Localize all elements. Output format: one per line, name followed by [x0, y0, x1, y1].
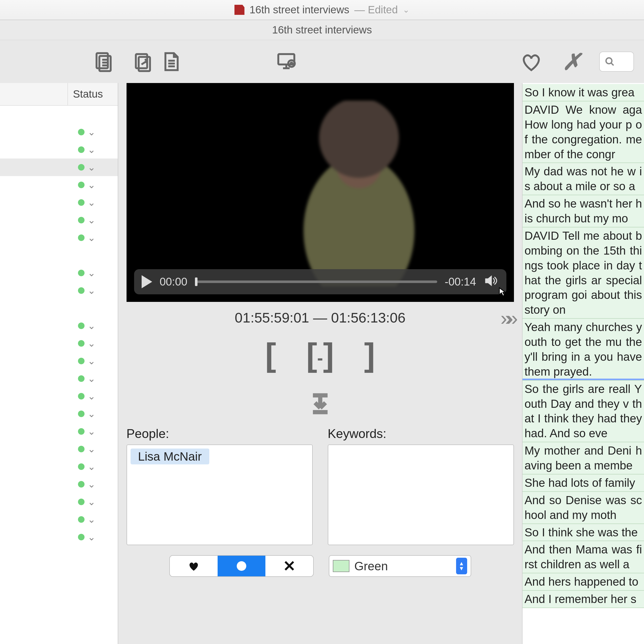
search-input[interactable]: [599, 52, 634, 72]
sidebar-row[interactable]: ⌄: [0, 475, 118, 493]
sidebar-list[interactable]: ⌄⌄⌄⌄⌄⌄⌄⌄⌄⌄⌄⌄⌄⌄⌄⌄⌄⌄⌄⌄⌄⌄: [0, 106, 118, 644]
favorite-segment[interactable]: [170, 556, 218, 576]
chevron-down-icon[interactable]: ⌄: [88, 144, 96, 155]
chevron-down-icon[interactable]: ⌄: [88, 479, 96, 490]
sidebar-row[interactable]: ⌄: [0, 405, 118, 423]
chevron-down-icon[interactable]: ⌄: [88, 426, 96, 437]
reject-segment[interactable]: ✕: [265, 556, 313, 576]
mark-out-button[interactable]: ]: [364, 336, 375, 374]
sidebar-status-column[interactable]: Status: [68, 88, 118, 100]
tab-title[interactable]: 16th street interviews: [272, 24, 372, 36]
status-dot-icon: [78, 411, 85, 417]
transcript-paragraph[interactable]: So I think she was the: [522, 524, 644, 541]
sidebar-row[interactable]: ⌄: [0, 317, 118, 335]
monitor-settings-icon[interactable]: [274, 49, 299, 74]
volume-icon[interactable]: [484, 273, 499, 291]
chevron-down-icon[interactable]: ⌄: [88, 408, 96, 419]
chevron-down-icon[interactable]: ⌄: [88, 179, 96, 190]
sidebar-row[interactable]: ⌄: [0, 458, 118, 475]
chevron-down-icon[interactable]: ⌄: [88, 461, 96, 472]
chevron-down-icon[interactable]: ⌄: [88, 514, 96, 525]
chevron-down-icon[interactable]: ⌄: [88, 444, 96, 455]
sidebar-row[interactable]: ⌄: [0, 123, 118, 141]
sidebar-spacer: [0, 247, 118, 264]
chevron-down-icon[interactable]: ⌄: [88, 355, 96, 367]
transcript-paragraph[interactable]: DAVID Tell me about bombing on the 15th …: [522, 227, 644, 319]
transcript-paragraph[interactable]: DAVID We know aga How long had your p of…: [522, 101, 644, 163]
search-field[interactable]: [618, 56, 628, 67]
sidebar-row[interactable]: ⌄: [0, 493, 118, 511]
chevron-down-icon[interactable]: ⌄: [88, 215, 96, 226]
play-button[interactable]: [142, 275, 152, 288]
transcript-paragraph[interactable]: Yeah many churches youth to get the mu t…: [522, 319, 644, 381]
video-preview[interactable]: 00:00 -00:14: [127, 83, 514, 302]
sidebar-row[interactable]: ⌄: [0, 528, 118, 546]
document-icon[interactable]: [158, 49, 184, 74]
sidebar-row[interactable]: ⌄: [0, 387, 118, 405]
scrubber-track[interactable]: [195, 280, 437, 283]
favorite-heart-icon[interactable]: [519, 49, 544, 74]
sidebar-row[interactable]: ⌄: [0, 352, 118, 370]
sidebar-row[interactable]: ⌄: [0, 440, 118, 458]
sidebar-row[interactable]: ⌄: [0, 158, 118, 176]
status-dot-icon: [78, 340, 85, 347]
download-marker-icon[interactable]: [308, 391, 333, 416]
chevron-down-icon[interactable]: ⌄: [403, 5, 410, 15]
chevron-down-icon[interactable]: ⌄: [88, 320, 96, 331]
chevron-down-icon[interactable]: ⌄: [88, 338, 96, 349]
tab-bar: 16th street interviews: [0, 20, 644, 40]
sidebar-row[interactable]: ⌄: [0, 229, 118, 247]
chevron-down-icon[interactable]: ⌄: [88, 267, 96, 278]
sidebar-row[interactable]: ⌄: [0, 370, 118, 387]
remaining-time: -00:14: [445, 275, 476, 288]
transcript-paragraph[interactable]: And so he wasn't her his church but my m…: [522, 195, 644, 227]
transcript-panel[interactable]: So I know it was greaDAVID We know aga H…: [522, 83, 644, 644]
transcript-paragraph[interactable]: And hers happened to: [522, 573, 644, 591]
person-token[interactable]: Lisa McNair: [131, 449, 209, 464]
documents-icon[interactable]: [91, 49, 116, 74]
chevron-down-icon[interactable]: ⌄: [88, 232, 96, 243]
chevron-down-icon[interactable]: ⌄: [88, 532, 96, 543]
sidebar-row[interactable]: ⌄: [0, 264, 118, 282]
color-label-select[interactable]: Green ▲▼: [329, 555, 471, 577]
mark-in-button[interactable]: [: [265, 336, 276, 374]
sidebar-row[interactable]: ⌄: [0, 176, 118, 194]
sidebar-row[interactable]: ⌄: [0, 194, 118, 211]
people-field[interactable]: Lisa McNair: [127, 445, 313, 545]
transcript-paragraph[interactable]: My dad was not he w is about a mile or s…: [522, 163, 644, 195]
chevron-down-icon[interactable]: ⌄: [88, 197, 96, 208]
chevron-down-icon[interactable]: ⌄: [88, 127, 96, 138]
sidebar-row[interactable]: ⌄: [0, 511, 118, 528]
chevron-down-icon[interactable]: ⌄: [88, 373, 96, 384]
chevron-down-icon[interactable]: ⌄: [88, 391, 96, 402]
sidebar-row[interactable]: ⌄: [0, 335, 118, 352]
keywords-field[interactable]: [328, 445, 514, 545]
sidebar-name-column[interactable]: [0, 83, 68, 105]
fast-forward-icon[interactable]: »»: [501, 307, 513, 330]
selected-dot-icon: [237, 561, 246, 571]
sidebar-row[interactable]: ⌄: [0, 423, 118, 440]
reject-x-icon[interactable]: ✗: [559, 49, 584, 74]
stepper-arrows-icon[interactable]: ▲▼: [456, 558, 467, 574]
transcript-paragraph[interactable]: And I remember her s: [522, 591, 644, 608]
transcript-paragraph[interactable]: She had lots of family: [522, 474, 644, 492]
chevron-down-icon[interactable]: ⌄: [88, 285, 96, 296]
transcript-paragraph[interactable]: And then Mama was first children as well…: [522, 541, 644, 573]
sidebar-row[interactable]: ⌄: [0, 282, 118, 299]
chevron-down-icon[interactable]: ⌄: [88, 162, 96, 173]
transcript-paragraph[interactable]: So I know it was grea: [522, 84, 644, 101]
chevron-down-icon[interactable]: ⌄: [88, 496, 96, 507]
split-clip-button[interactable]: [-]: [306, 336, 334, 374]
svg-point-14: [291, 63, 293, 65]
transcript-paragraph[interactable]: And so Denise was school and my moth: [522, 492, 644, 524]
bracket-controls: [ [-] ]: [265, 336, 375, 374]
sidebar-row[interactable]: ⌄: [0, 211, 118, 229]
svg-point-15: [606, 58, 612, 64]
status-dot-icon: [78, 287, 85, 294]
transcript-paragraph[interactable]: My mother and Deni having been a membe: [522, 442, 644, 474]
scrubber-thumb[interactable]: [195, 277, 197, 286]
share-documents-icon[interactable]: [131, 49, 156, 74]
transcript-paragraph[interactable]: So the girls are reall Youth Day and the…: [522, 381, 644, 442]
neutral-segment[interactable]: [218, 556, 265, 576]
sidebar-row[interactable]: ⌄: [0, 141, 118, 158]
